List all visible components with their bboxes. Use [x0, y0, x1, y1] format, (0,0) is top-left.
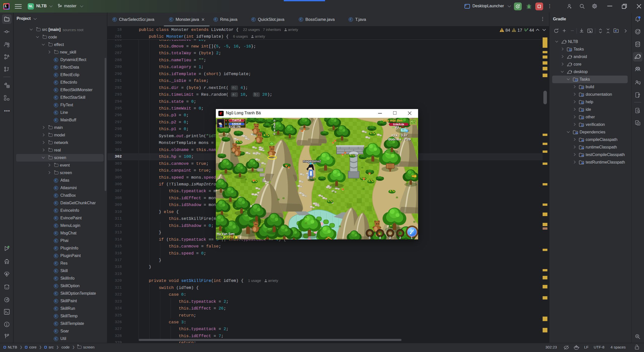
svg-text:17: 17	[517, 28, 522, 33]
svg-text:84: 84	[505, 28, 510, 33]
svg-text:44: 44	[529, 28, 534, 33]
svg-text:?: ?	[8, 43, 9, 45]
